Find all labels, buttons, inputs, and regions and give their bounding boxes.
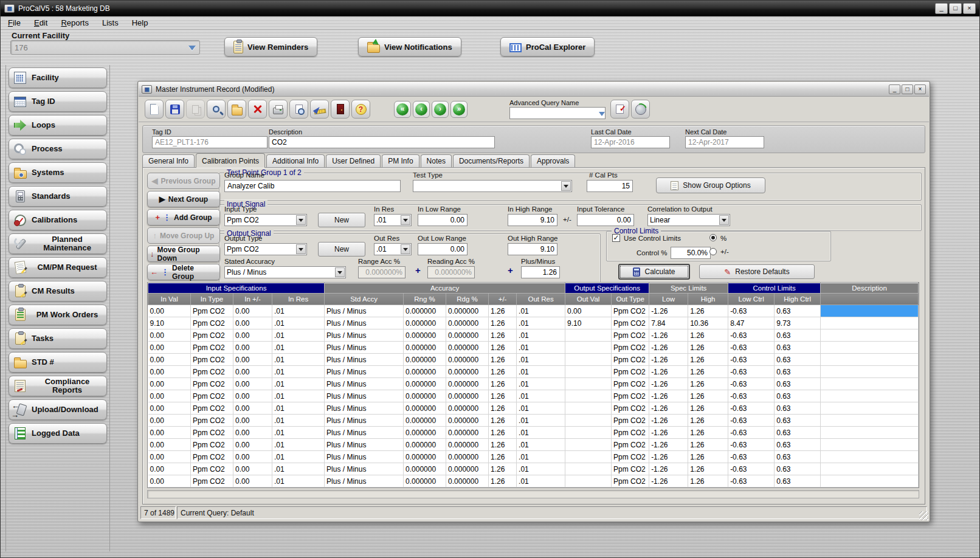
table-cell[interactable]: Ppm CO2 bbox=[612, 463, 649, 475]
table-cell[interactable]: .01 bbox=[517, 451, 565, 463]
table-cell[interactable]: 0.000000 bbox=[404, 439, 446, 451]
table-cell[interactable]: 0.00 bbox=[148, 463, 191, 475]
table-cell[interactable]: 1.26 bbox=[489, 317, 517, 329]
table-cell[interactable]: 0.00 bbox=[148, 475, 191, 487]
cal-pts-field[interactable]: 15 bbox=[587, 180, 633, 192]
table-cell[interactable]: .01 bbox=[517, 463, 565, 475]
table-cell[interactable]: .01 bbox=[517, 305, 565, 317]
tab-additional-info[interactable]: Additional Info bbox=[266, 154, 325, 168]
table-cell[interactable]: 0.00 bbox=[233, 354, 272, 366]
table-cell[interactable]: Plus / Minus bbox=[325, 427, 404, 439]
table-cell[interactable]: .01 bbox=[517, 475, 565, 487]
delete-button[interactable] bbox=[248, 100, 267, 119]
stated-accuracy-combo[interactable]: Plus / Minus bbox=[224, 266, 346, 278]
table-cell[interactable] bbox=[821, 415, 919, 427]
next-cal-date-field[interactable]: 12-Apr-2017 bbox=[685, 136, 764, 148]
table-cell[interactable]: Ppm CO2 bbox=[191, 402, 233, 415]
table-cell[interactable]: 1.26 bbox=[489, 451, 517, 463]
table-cell[interactable]: 1.26 bbox=[489, 415, 517, 427]
table-cell[interactable]: 0.000000 bbox=[404, 451, 446, 463]
menu-reports[interactable]: Reports bbox=[61, 18, 89, 27]
view-reminders-button[interactable]: View Reminders bbox=[224, 37, 317, 57]
tab-documents-reports[interactable]: Documents/Reports bbox=[453, 154, 530, 168]
table-cell[interactable]: -0.63 bbox=[728, 439, 775, 451]
table-cell[interactable]: .01 bbox=[517, 439, 565, 451]
table-cell[interactable]: 0.00 bbox=[233, 366, 272, 378]
copy-button[interactable] bbox=[186, 100, 205, 119]
in-low-range-field[interactable]: 0.00 bbox=[418, 214, 468, 226]
sidebar-item-logged-data[interactable]: Logged Data bbox=[9, 423, 107, 444]
sidebar-item-planned-maintenance[interactable]: Planned Maintenance bbox=[9, 233, 107, 254]
table-cell[interactable]: .01 bbox=[272, 451, 325, 463]
table-cell[interactable]: 0.00 bbox=[233, 427, 272, 439]
table-cell[interactable] bbox=[565, 463, 612, 475]
advanced-query-combo[interactable] bbox=[509, 107, 606, 119]
table-cell[interactable]: 1.26 bbox=[688, 402, 728, 415]
table-cell[interactable] bbox=[821, 342, 919, 354]
table-cell[interactable]: 0.00 bbox=[233, 378, 272, 390]
table-cell[interactable]: .01 bbox=[272, 378, 325, 390]
table-cell[interactable]: .01 bbox=[272, 366, 325, 378]
table-cell[interactable]: .01 bbox=[517, 366, 565, 378]
table-cell[interactable] bbox=[565, 366, 612, 378]
table-cell[interactable]: .01 bbox=[517, 402, 565, 415]
table-cell[interactable]: 7.84 bbox=[649, 317, 688, 329]
table-cell[interactable]: Ppm CO2 bbox=[191, 305, 233, 317]
table-cell[interactable]: 0.00 bbox=[148, 342, 191, 354]
table-cell[interactable]: 0.63 bbox=[775, 342, 821, 354]
table-cell[interactable]: -1.26 bbox=[649, 390, 688, 402]
table-cell[interactable]: 1.26 bbox=[688, 427, 728, 439]
table-cell[interactable] bbox=[821, 317, 919, 329]
table-cell[interactable]: 10.36 bbox=[688, 317, 728, 329]
table-cell[interactable]: Plus / Minus bbox=[325, 439, 404, 451]
table-cell[interactable]: Plus / Minus bbox=[325, 317, 404, 329]
sidebar-item-pm-work-orders[interactable]: PM Work Orders bbox=[9, 305, 107, 325]
control-pct-field[interactable]: 50.0% bbox=[671, 247, 711, 259]
table-cell[interactable]: Plus / Minus bbox=[325, 415, 404, 427]
table-cell[interactable]: 0.00 bbox=[233, 317, 272, 329]
reading-acc-field[interactable]: 0.000000% bbox=[427, 266, 475, 278]
output-type-combo[interactable]: Ppm CO2 bbox=[224, 243, 307, 255]
chevron-down-icon[interactable] bbox=[296, 215, 306, 225]
procal-explorer-button[interactable]: ProCal Explorer bbox=[500, 37, 595, 57]
table-cell[interactable]: 0.000000 bbox=[446, 463, 489, 475]
edit-query-button[interactable] bbox=[610, 100, 629, 119]
table-cell[interactable]: .01 bbox=[517, 378, 565, 390]
table-cell[interactable]: 0.000000 bbox=[446, 415, 489, 427]
maximize-button[interactable]: □ bbox=[949, 3, 962, 14]
table-cell[interactable]: 0.000000 bbox=[446, 475, 489, 487]
table-cell[interactable] bbox=[821, 475, 919, 487]
correlation-combo[interactable]: Linear bbox=[647, 214, 730, 226]
move-group-up-button[interactable]: ↑Move Group Up bbox=[147, 227, 220, 244]
table-cell[interactable]: Ppm CO2 bbox=[191, 378, 233, 390]
table-cell[interactable]: 0.000000 bbox=[404, 317, 446, 329]
table-cell[interactable]: .01 bbox=[272, 317, 325, 329]
table-cell[interactable]: Ppm CO2 bbox=[612, 329, 649, 342]
table-cell[interactable]: 0.000000 bbox=[446, 451, 489, 463]
table-cell[interactable] bbox=[821, 378, 919, 390]
table-cell[interactable]: 0.000000 bbox=[404, 475, 446, 487]
nav-previous-button[interactable]: ‹ bbox=[413, 101, 430, 118]
mir-restore-button[interactable]: □ bbox=[902, 84, 913, 94]
tab-notes[interactable]: Notes bbox=[421, 154, 452, 168]
table-cell[interactable]: 0.000000 bbox=[404, 463, 446, 475]
table-cell[interactable]: 0.00 bbox=[233, 342, 272, 354]
calculate-button[interactable]: Calculate bbox=[618, 264, 690, 280]
table-cell[interactable]: Ppm CO2 bbox=[191, 475, 233, 487]
table-cell[interactable]: Ppm CO2 bbox=[612, 378, 649, 390]
save-button[interactable] bbox=[165, 100, 184, 119]
table-cell[interactable]: 0.00 bbox=[148, 427, 191, 439]
nav-next-button[interactable]: › bbox=[432, 101, 449, 118]
table-cell[interactable]: Ppm CO2 bbox=[612, 427, 649, 439]
table-cell[interactable]: -0.63 bbox=[728, 366, 775, 378]
table-cell[interactable]: Ppm CO2 bbox=[612, 451, 649, 463]
table-cell[interactable]: .01 bbox=[272, 427, 325, 439]
out-high-range-field[interactable]: 9.10 bbox=[508, 243, 557, 255]
table-cell[interactable]: 0.00 bbox=[148, 305, 191, 317]
table-cell[interactable]: -1.26 bbox=[649, 475, 688, 487]
table-cell[interactable]: 0.00 bbox=[148, 354, 191, 366]
table-cell[interactable]: 1.26 bbox=[489, 354, 517, 366]
table-cell[interactable]: 9.73 bbox=[775, 317, 821, 329]
table-cell[interactable]: Ppm CO2 bbox=[612, 366, 649, 378]
table-cell[interactable]: 0.63 bbox=[775, 390, 821, 402]
